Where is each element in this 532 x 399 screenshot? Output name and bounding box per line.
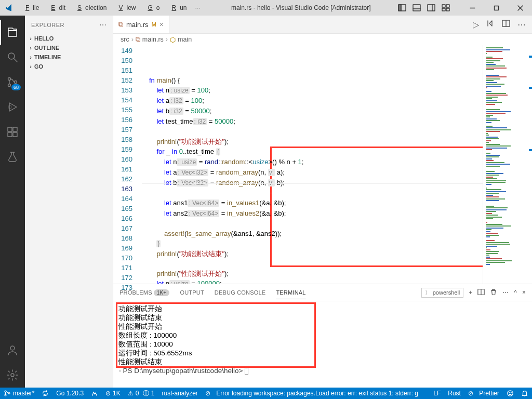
panel-tabs: PROBLEMS1K+ OUTPUT DEBUG CONSOLE TERMINA… — [113, 284, 532, 301]
menu-edit[interactable]: Edit — [44, 2, 69, 14]
rust-file-icon: ⧉ — [118, 20, 123, 29]
status-sync[interactable] — [38, 388, 52, 399]
activity-settings[interactable] — [0, 363, 25, 388]
panel-tab-terminal[interactable]: TERMINAL — [276, 286, 305, 299]
close-icon[interactable]: × — [159, 20, 164, 29]
activity-account[interactable] — [0, 338, 25, 363]
split-editor-icon[interactable] — [502, 19, 510, 30]
status-bell-icon[interactable] — [517, 388, 532, 399]
svg-rect-25 — [13, 132, 17, 137]
section-label: TIMELINE — [34, 54, 61, 60]
sidebar-section-timeline[interactable]: ›TIMELINE — [25, 52, 113, 62]
breadcrumb-item[interactable]: main — [178, 36, 192, 43]
menu-go[interactable]: Go — [140, 2, 163, 14]
layout-panel-icon[interactable] — [413, 4, 421, 12]
chevron-right-icon: › — [27, 45, 34, 51]
window-maximize[interactable] — [484, 0, 508, 16]
panel-tab-debug[interactable]: DEBUG CONSOLE — [215, 286, 266, 299]
svg-rect-5 — [428, 5, 435, 11]
chevron-right-icon: › — [27, 35, 34, 42]
status-notifications[interactable]: ⊘1K — [102, 388, 124, 399]
svg-line-16 — [14, 59, 17, 62]
more-terminal-icon[interactable]: ⋯ — [502, 289, 509, 296]
chevron-right-icon: › — [27, 54, 34, 60]
chevron-right-icon: › — [27, 63, 34, 70]
activity-testing[interactable] — [0, 144, 25, 169]
layout-sidebar-right-icon[interactable] — [427, 4, 435, 12]
menu-selection[interactable]: Selection — [70, 2, 110, 14]
window-minimize[interactable] — [460, 0, 484, 16]
svg-rect-10 — [446, 8, 449, 11]
layout-customize-icon[interactable] — [442, 4, 450, 12]
status-go-version[interactable]: Go 1.20.3 — [52, 388, 87, 399]
section-label: OUTLINE — [34, 45, 59, 51]
status-eol[interactable]: LF — [430, 388, 444, 399]
status-problems[interactable]: ⚠ 0 ⓘ 1 — [124, 388, 158, 399]
window-close[interactable] — [508, 0, 532, 16]
sidebar-section-hello[interactable]: ›HELLO — [25, 34, 113, 43]
panel-tab-output[interactable]: OUTPUT — [180, 286, 204, 299]
breadcrumb-item[interactable]: src — [121, 36, 129, 43]
status-bar: master* Go 1.20.3 ⊘1K ⚠ 0 ⓘ 1 rust-analy… — [0, 388, 532, 399]
status-rust-analyzer[interactable]: rust-analyzer — [158, 388, 201, 399]
terminal-prompt: PS D:\mysetup\gopath\rustcode\hello> — [123, 367, 243, 375]
code-editor[interactable]: fn main() { let n: usize = 100; let a: i… — [142, 45, 483, 284]
breadcrumb-item[interactable]: main.rs — [142, 36, 164, 43]
explorer-sidebar: EXPLORER ⋯ ›HELLO ›OUTLINE ›TIMELINE ›GO — [25, 16, 113, 388]
activity-extensions[interactable] — [0, 119, 25, 144]
run-icon[interactable]: ▷ — [473, 20, 479, 30]
kill-terminal-icon[interactable] — [490, 288, 497, 297]
new-terminal-icon[interactable]: + — [469, 289, 472, 296]
vscode-icon — [0, 4, 18, 12]
svg-rect-9 — [442, 8, 445, 11]
more-actions-icon[interactable]: ⋯ — [517, 20, 526, 30]
explorer-more-icon[interactable]: ⋯ — [99, 21, 107, 29]
prompt-icon: ◦ — [118, 367, 123, 375]
activity-scm[interactable]: 68 — [0, 70, 25, 95]
menu-more[interactable]: ··· — [192, 2, 204, 14]
chevron-right-icon: › — [166, 36, 168, 43]
sidebar-section-outline[interactable]: ›OUTLINE — [25, 43, 113, 52]
maximize-panel-icon[interactable]: ^ — [514, 289, 517, 296]
svg-point-35 — [508, 391, 513, 396]
line-number-gutter[interactable]: 1491501511521531541551561571581591601611… — [113, 45, 142, 284]
terminal-shell-selector[interactable]: 〉powershell — [421, 288, 464, 298]
terminal-cursor — [245, 368, 248, 375]
editor-tabs: ⧉ main.rs M × ▷ ⋯ — [113, 16, 532, 34]
tab-label: main.rs — [126, 21, 149, 29]
status-prettier[interactable]: ⊘ Prettier — [464, 388, 503, 399]
bottom-panel: PROBLEMS1K+ OUTPUT DEBUG CONSOLE TERMINA… — [113, 284, 532, 388]
tab-modified-badge: M — [152, 21, 156, 28]
symbol-function-icon: ⬡ — [170, 36, 176, 44]
activity-explorer[interactable] — [0, 20, 25, 45]
status-go-build-icon[interactable] — [87, 388, 102, 399]
debug-step-icon[interactable] — [486, 19, 495, 30]
svg-rect-2 — [398, 5, 401, 11]
svg-marker-20 — [9, 103, 17, 111]
terminal-body[interactable]: 功能测试开始功能测试结束性能测试开始数组长度 : 100000数值范围 : 10… — [113, 301, 532, 388]
menu-bar: File Edit Selection View Go Run ··· — [18, 2, 204, 14]
rust-file-icon: ⧉ — [136, 36, 140, 44]
status-feedback-icon[interactable] — [503, 388, 517, 399]
scm-badge: 68 — [11, 84, 21, 90]
tab-main-rs[interactable]: ⧉ main.rs M × — [113, 16, 169, 33]
breadcrumb[interactable]: src › ⧉ main.rs › ⬡ main — [113, 34, 532, 45]
status-language[interactable]: Rust — [444, 388, 464, 399]
svg-rect-22 — [8, 127, 12, 131]
sidebar-section-go[interactable]: ›GO — [25, 62, 113, 71]
activity-search[interactable] — [0, 45, 25, 70]
split-terminal-icon[interactable] — [477, 288, 485, 297]
activity-debug[interactable] — [0, 95, 25, 119]
status-branch[interactable]: master* — [0, 388, 38, 399]
menu-view[interactable]: View — [111, 2, 139, 14]
terminal-icon: 〉 — [425, 289, 431, 297]
svg-rect-12 — [494, 6, 498, 10]
titlebar: File Edit Selection View Go Run ··· main… — [0, 0, 532, 16]
status-error-message[interactable]: ⊘ Error loading workspace: packages.Load… — [202, 388, 422, 399]
menu-file[interactable]: File — [18, 2, 43, 14]
minimap[interactable] — [483, 45, 532, 284]
activity-bar: 68 — [0, 16, 25, 388]
close-panel-icon[interactable]: × — [522, 289, 526, 296]
layout-sidebar-left-icon[interactable] — [398, 4, 406, 12]
menu-run[interactable]: Run — [165, 2, 191, 14]
